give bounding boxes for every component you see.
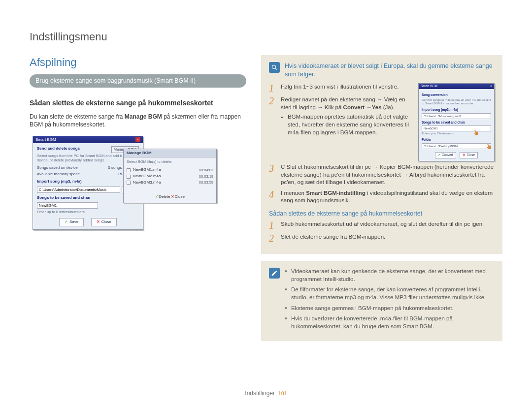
mini-folder-h: Folder [422, 138, 491, 142]
arrow-icon [372, 164, 378, 170]
step-text: Slet de eksterne sange fra BGM-mappen. [281, 233, 495, 243]
step-bold: Yes [372, 104, 382, 110]
close-icon[interactable]: × [490, 84, 492, 89]
step-list: Følg trin 1~3 som vist i illustrationen … [269, 83, 413, 137]
dialog-title: Smart BGM [35, 137, 56, 143]
info-lead-text: Hvis videokameraet er blevet solgt i Eur… [285, 62, 495, 79]
save-button[interactable]: Save [59, 218, 84, 226]
step-1: Følg trin 1~3 som vist i illustrationen … [269, 83, 413, 93]
step-2: Rediger navnet på den eksterne sang Vælg… [269, 96, 413, 137]
intro-paragraph: Du kan slette de eksterne sange fra Mana… [30, 113, 246, 128]
left-column: Afspilning Brug eksterne sange som baggr… [30, 55, 246, 348]
checkbox[interactable] [127, 168, 131, 172]
screenshot-cascade: Smart BGM × Send and delete songs Manage… [33, 136, 246, 230]
dialog-convert-mini: Smart BGM × Song conversion Convert song… [418, 83, 495, 161]
close-button[interactable]: Close [460, 152, 478, 158]
close-icon[interactable]: × [135, 137, 140, 142]
page-number: 101 [278, 390, 287, 397]
delete-step-1: Skub hukommelseskortet ud af videokamera… [269, 220, 495, 230]
file-duration: 00:04:03 [199, 168, 213, 173]
step-text: Skub hukommelseskortet ud af videokamera… [281, 220, 495, 230]
note-item: De filformater for eksterne sange, der k… [285, 286, 495, 301]
svg-point-0 [272, 65, 275, 68]
dialog2-title: Manage BGM [124, 149, 216, 158]
step-text: I menuen [281, 190, 306, 196]
bgm-file-list: NewBGM1.m4a 00:04:03 NewBGM2.m4a 00:03:1… [124, 167, 216, 185]
intro-text: Du kan slette de eksterne sange fra [30, 113, 125, 120]
dialog-heading: Send and delete songs [37, 146, 109, 152]
delete-subheading: Sådan slettes de eksterne sange på hukom… [269, 210, 495, 218]
mini-description: Convert songs to m4a to play on your PC … [422, 98, 491, 105]
save-hint: Enter up to 8 letters/numbers. [37, 210, 139, 214]
file-duration: 00:03:59 [199, 180, 213, 185]
close-button[interactable]: Close [91, 218, 117, 226]
notes-list: Videokameraet kan kun genkende de ekster… [285, 268, 495, 333]
note-item: Hvis du overfører de konverterede .m4a-f… [285, 315, 495, 330]
step-list-cont: C Slut et hukommelseskort til din pc Kop… [269, 163, 495, 205]
arrow-icon [402, 172, 408, 178]
right-column: Hvis videokameraet er blevet solgt i Eur… [261, 55, 502, 348]
intro-bold: Manage BGM [125, 113, 162, 120]
mini-dest-h: Songs to be saved and chan [422, 121, 491, 125]
step-2-bullet: BGM-mappen oprettes automatisk på det va… [288, 113, 413, 136]
checkbox[interactable] [127, 181, 131, 185]
footer-label: Indstillinger [245, 390, 275, 397]
convert-button[interactable]: Convert [435, 152, 456, 158]
mini-import-path[interactable]: C:\Users\...\Music\song.mp3 [422, 113, 491, 119]
delete-step-list: Skub hukommelseskortet ud af videokamera… [269, 220, 495, 243]
checkbox[interactable] [127, 175, 131, 179]
arrow-icon [365, 104, 372, 110]
list-item[interactable]: NewBGM2.m4a 00:03:19 [127, 174, 213, 179]
delete-button[interactable]: Delete [155, 194, 170, 199]
page-title: Indstillingsmenu [30, 30, 502, 44]
magnifier-icon [269, 62, 280, 73]
dialog-manage-bgm: Manage BGM Select BGM file(s) to delete.… [123, 149, 217, 203]
step-1-text: Følg trin 1~3 som vist i illustrationen … [281, 83, 413, 93]
step-bold: Smart BGM-indstilling [306, 190, 366, 196]
step-text: Rediger navnet på den eksterne sang [281, 96, 377, 102]
file-name: NewBGM1.m4a [133, 167, 161, 173]
save-name-input[interactable] [37, 202, 98, 209]
note-item: Eksterne sange gemmes i BGM-mappen på hu… [285, 305, 495, 312]
step-3: C Slut et hukommelseskort til din pc Kop… [269, 163, 495, 187]
topic-pill: Brug eksterne sange som baggrundsmusik (… [30, 74, 246, 88]
arrow-icon [377, 96, 383, 102]
svg-line-1 [275, 68, 277, 69]
dialog-titlebar: Smart BGM × [33, 136, 143, 144]
mini-heading: Song conversion [422, 93, 491, 97]
step-bold: Convert [343, 104, 365, 110]
mini-dest-value[interactable]: NewBGM1 [422, 125, 491, 131]
delete-step-2: Slet de eksterne sange fra BGM-mappen. [269, 233, 495, 243]
mini-import-h: Import song (mp3, m4a) [422, 108, 491, 112]
mini-title: Smart BGM [421, 84, 437, 89]
arrow-icon [317, 104, 323, 110]
document-page: Indstillingsmenu Afspilning Brug ekstern… [0, 0, 532, 348]
step-text: C Slut et hukommelseskort til din pc [281, 164, 372, 170]
step-text: Klik på [323, 104, 343, 110]
close-button[interactable]: Close [171, 194, 184, 199]
list-item[interactable]: NewBGM1.m4a 00:04:03 [127, 167, 213, 173]
pencil-icon [269, 268, 280, 279]
note-text: Hvis du overfører de konverterede .m4a-f… [291, 315, 495, 330]
file-name: NewBGM3.m4a [133, 180, 161, 186]
info-panel-steps: Hvis videokameraet er blevet solgt i Eur… [261, 55, 502, 254]
subsection-heading: Sådan slettes de eksterne sange på hukom… [30, 98, 246, 108]
step-4: I menuen Smart BGM-indstilling i videoaf… [269, 189, 495, 205]
songs-saved-label: Songs saved on device [37, 165, 78, 171]
file-duration: 00:03:19 [199, 174, 213, 179]
mini-folder-value[interactable]: C:\Users\...\Desktop\BGM [422, 143, 491, 149]
note-text: Eksterne sange gemmes i BGM-mappen på hu… [291, 305, 454, 312]
note-text: Videokameraet kan kun genkende de ekster… [291, 268, 495, 283]
note-item: Videokameraet kan kun genkende de ekster… [285, 268, 495, 283]
page-footer: Indstillinger 101 [0, 389, 532, 397]
section-title: Afspilning [30, 55, 246, 70]
note-text: De filformater for eksterne sange, der k… [291, 286, 495, 301]
file-name: NewBGM2.m4a [133, 174, 161, 179]
memory-label: Available memory space [37, 172, 80, 177]
dialog2-description: Select BGM file(s) to delete. [124, 159, 216, 164]
info-panel-notes: Videokameraet kan kun genkende de ekster… [261, 261, 502, 341]
import-path-input[interactable] [37, 187, 120, 193]
list-item[interactable]: NewBGM3.m4a 00:03:59 [127, 180, 213, 186]
step-text: (Ja). [382, 104, 395, 110]
